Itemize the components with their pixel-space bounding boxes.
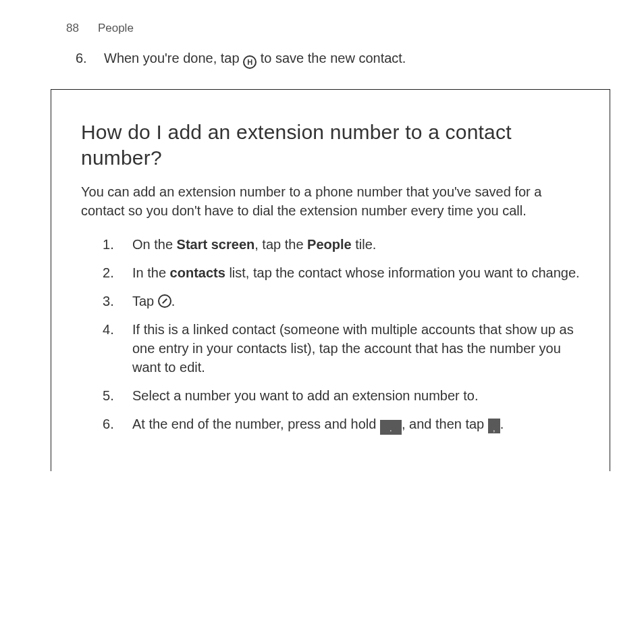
edit-icon — [158, 294, 171, 308]
step-text: If this is a linked contact (someone wit… — [132, 322, 574, 375]
step-text: In the contacts list, tap the contact wh… — [132, 265, 580, 280]
page-header: 88 People — [66, 20, 610, 36]
bold-text: Start screen — [177, 237, 255, 252]
document-page: 88 People 6. When you're done, tap to sa… — [0, 0, 644, 471]
save-icon — [243, 55, 257, 69]
step-text: At the end of the number, press and hold… — [132, 417, 504, 431]
page-number: 88 — [66, 20, 79, 36]
bold-text: People — [307, 237, 352, 252]
step-text: On the Start screen, tap the People tile… — [132, 237, 376, 252]
step-text-before: When you're done, tap — [104, 51, 243, 65]
list-item: If this is a linked contact (someone wit… — [103, 320, 580, 386]
faq-box: How do I add an extension number to a co… — [51, 89, 610, 471]
step-text: Select a number you want to add an exten… — [132, 388, 479, 403]
step-text: When you're done, tap to save the new co… — [104, 49, 406, 70]
list-item: On the Start screen, tap the People tile… — [103, 235, 580, 263]
faq-intro: You can add an extension number to a pho… — [81, 182, 580, 220]
section-name: People — [98, 20, 134, 36]
faq-title: How do I add an extension number to a co… — [81, 119, 580, 170]
step-text: Tap . — [132, 294, 175, 308]
list-item: At the end of the number, press and hold… — [103, 414, 580, 444]
steps-list: On the Start screen, tap the People tile… — [81, 235, 580, 444]
bold-text: contacts — [170, 265, 225, 280]
comma-key-icon: , — [488, 419, 500, 433]
list-item: In the contacts list, tap the contact wh… — [103, 263, 580, 292]
step-text-after: to save the new contact. — [261, 51, 406, 65]
list-item: Tap . — [103, 292, 580, 320]
step-number: 6. — [76, 49, 104, 68]
period-key-icon: . — [380, 420, 402, 435]
list-item: Select a number you want to add an exten… — [103, 386, 580, 414]
step-6-continuation: 6. When you're done, tap to save the new… — [76, 49, 610, 70]
